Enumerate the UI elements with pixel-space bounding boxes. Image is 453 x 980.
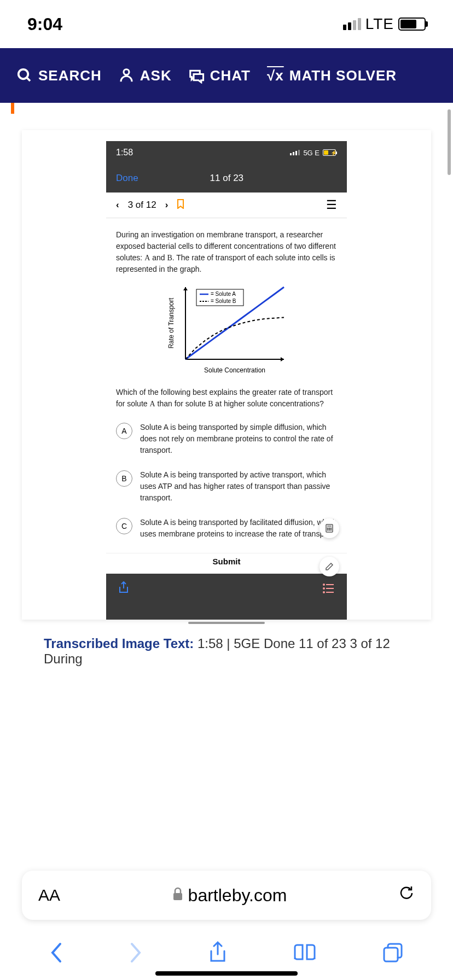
chart: = Solute A= Solute BSolute Concentration…: [106, 283, 347, 376]
question-card: 1:58 5G E ⚡ Done 11 of 23 ‹ 3 of: [22, 130, 431, 620]
svg-rect-26: [173, 893, 182, 900]
step-counter: 3 of 12: [128, 200, 156, 211]
svg-point-18: [329, 529, 329, 530]
status-time: 9:04: [27, 14, 62, 34]
home-indicator: [155, 971, 298, 976]
bookmark-icon[interactable]: [177, 199, 184, 212]
svg-point-2: [124, 69, 129, 75]
choice-c[interactable]: C Solute A is being transported by facil…: [116, 517, 337, 540]
svg-rect-27: [384, 948, 398, 961]
safari-toolbar: [0, 936, 453, 969]
prev-icon[interactable]: ‹: [116, 200, 119, 211]
reload-button[interactable]: [398, 885, 415, 906]
safari-address-bar[interactable]: AA bartleby.com: [22, 871, 431, 920]
share-button[interactable]: [208, 941, 227, 969]
inner-toolbar: ‹ 3 of 12 › ☰: [106, 192, 347, 218]
svg-point-15: [329, 528, 329, 528]
svg-point-17: [327, 529, 328, 530]
status-right: LTE: [343, 15, 426, 33]
inner-header: Done 11 of 23: [106, 164, 347, 192]
url-display[interactable]: bartleby.com: [71, 885, 387, 906]
question-text: During an investigation on membrane tran…: [106, 218, 347, 275]
network-label: LTE: [365, 15, 394, 33]
svg-point-19: [330, 529, 331, 530]
svg-point-20: [323, 584, 324, 585]
choice-letter: C: [116, 518, 132, 534]
nav-ask-label: ASK: [140, 67, 172, 84]
chart-svg: = Solute A= Solute BSolute Concentration…: [164, 283, 289, 376]
charging-icon: ⚡: [330, 150, 337, 156]
accent-marker: [11, 103, 14, 114]
choice-a[interactable]: A Solute A is being transported by simpl…: [116, 422, 337, 456]
svg-point-14: [327, 528, 328, 528]
person-icon: [118, 67, 135, 84]
svg-line-1: [27, 78, 30, 81]
svg-point-24: [323, 592, 324, 593]
calculator-icon: [325, 524, 334, 533]
question-prompt: Which of the following best explains the…: [106, 387, 347, 410]
nav-math-solver[interactable]: √x MATH SOLVER: [267, 67, 397, 84]
svg-text:Solute Concentration: Solute Concentration: [204, 366, 265, 374]
list-icon[interactable]: [323, 582, 335, 597]
nav-search[interactable]: SEARCH: [16, 67, 102, 84]
chat-icon: [188, 67, 205, 84]
choice-text: Solute A is being transported by active …: [140, 469, 337, 504]
edit-button[interactable]: [320, 557, 339, 576]
choice-b[interactable]: B Solute A is being transported by activ…: [116, 469, 337, 504]
choice-letter: A: [116, 423, 132, 439]
url-text: bartleby.com: [188, 885, 287, 906]
nav-chat[interactable]: CHAT: [188, 67, 251, 84]
nav-search-label: SEARCH: [38, 67, 102, 84]
status-bar: 9:04 LTE: [0, 0, 453, 48]
tabs-button[interactable]: [382, 942, 404, 969]
transcribed-label: Transcribed Image Text:: [44, 636, 194, 651]
nav-ask[interactable]: ASK: [118, 67, 172, 84]
embedded-screenshot: 1:58 5G E ⚡ Done 11 of 23 ‹ 3 of: [106, 141, 347, 620]
transcribed-text: Transcribed Image Text: 1:58 | 5GE Done …: [22, 620, 431, 672]
svg-text:Rate of Transport: Rate of Transport: [167, 298, 175, 348]
search-icon: [16, 67, 33, 84]
nav-math-label: MATH SOLVER: [289, 67, 397, 84]
top-nav: SEARCH ASK CHAT √x MATH SOLVER: [0, 48, 453, 103]
choice-text: Solute A is being transported by facilit…: [140, 517, 337, 540]
bookmarks-button[interactable]: [293, 943, 317, 967]
svg-point-16: [330, 528, 331, 528]
inner-footer: [106, 574, 347, 614]
svg-text:= Solute A: = Solute A: [211, 291, 236, 297]
inner-time: 1:58: [116, 148, 133, 158]
inner-status-bar: 1:58 5G E ⚡: [106, 141, 347, 164]
menu-icon[interactable]: ☰: [326, 198, 337, 212]
svg-point-22: [323, 588, 324, 589]
inner-signal-icon: [290, 150, 300, 155]
pencil-icon: [325, 562, 334, 571]
svg-text:= Solute B: = Solute B: [211, 298, 236, 304]
choice-text: Solute A is being transported by simple …: [140, 422, 337, 456]
page-counter: 11 of 23: [210, 173, 243, 184]
text-size-button[interactable]: AA: [38, 886, 60, 905]
signal-icon: [343, 18, 361, 30]
nav-chat-label: CHAT: [210, 67, 251, 84]
choice-letter: B: [116, 470, 132, 487]
scrollbar[interactable]: [448, 109, 451, 175]
lock-icon: [172, 887, 184, 903]
radical-icon: √x: [267, 67, 284, 84]
next-icon[interactable]: ›: [165, 200, 169, 211]
done-button[interactable]: Done: [116, 173, 138, 184]
main-content: 1:58 5G E ⚡ Done 11 of 23 ‹ 3 of: [0, 103, 453, 683]
back-button[interactable]: [49, 942, 63, 969]
submit-button[interactable]: Submit: [106, 553, 347, 574]
share-icon[interactable]: [118, 581, 129, 598]
battery-icon: [398, 18, 426, 31]
inner-network: 5G E: [303, 149, 320, 157]
inner-home-indicator: [188, 622, 265, 624]
answer-choices: A Solute A is being transported by simpl…: [106, 422, 347, 540]
forward-button[interactable]: [129, 942, 143, 969]
svg-point-0: [19, 69, 28, 79]
calculator-button[interactable]: [320, 518, 339, 538]
